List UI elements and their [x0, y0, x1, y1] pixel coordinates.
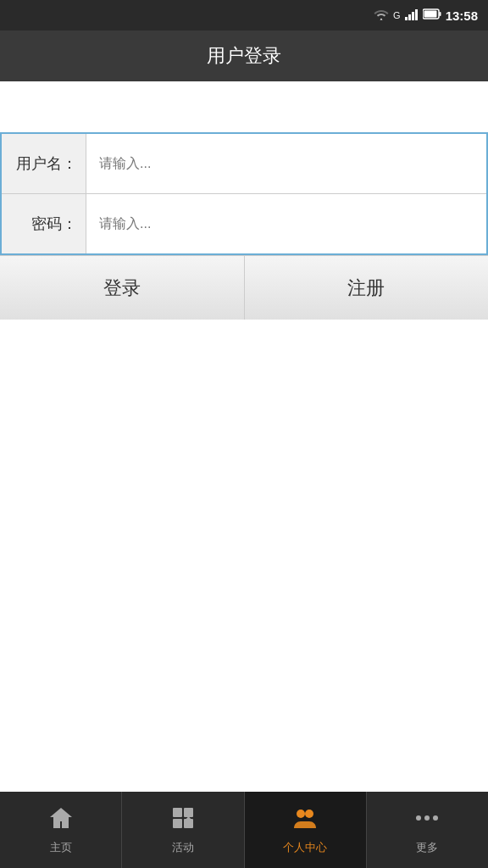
header-title: 用户登录 — [207, 43, 281, 69]
bottom-nav: 主页 活动 个人中心 — [0, 792, 488, 868]
nav-item-activity[interactable]: 活动 — [122, 792, 244, 868]
activity-icon — [170, 805, 196, 837]
nav-item-more[interactable]: 更多 — [367, 792, 488, 868]
nav-item-profile[interactable]: 个人中心 — [245, 792, 367, 868]
svg-point-15 — [424, 815, 430, 821]
svg-point-14 — [416, 815, 421, 821]
main-content: 用户名： 密码： 登录 注册 — [0, 81, 488, 792]
svg-rect-6 — [424, 11, 436, 18]
svg-rect-1 — [408, 14, 411, 20]
register-button[interactable]: 注册 — [245, 256, 489, 320]
svg-rect-2 — [412, 12, 414, 20]
svg-rect-0 — [405, 17, 408, 20]
signal-icon — [405, 8, 419, 23]
svg-point-12 — [297, 810, 305, 818]
home-icon — [48, 805, 74, 837]
g-signal-icon: G — [393, 10, 401, 20]
nav-label-home: 主页 — [50, 840, 72, 855]
nav-label-activity: 活动 — [172, 840, 194, 855]
svg-rect-8 — [184, 808, 193, 817]
svg-rect-5 — [439, 12, 441, 16]
header: 用户登录 — [0, 31, 488, 81]
username-row: 用户名： — [2, 134, 486, 194]
svg-rect-9 — [173, 819, 182, 828]
svg-point-16 — [433, 815, 438, 821]
svg-point-13 — [305, 810, 313, 818]
profile-icon — [292, 805, 318, 837]
nav-label-profile: 个人中心 — [283, 840, 327, 855]
password-row: 密码： — [2, 194, 486, 253]
battery-icon — [423, 8, 441, 22]
login-form: 用户名： 密码： — [0, 132, 488, 255]
status-bar: G 13:58 — [0, 0, 488, 31]
status-icons: G 13:58 — [374, 8, 478, 23]
svg-rect-7 — [173, 808, 182, 817]
nav-label-more: 更多 — [416, 840, 438, 855]
username-label: 用户名： — [2, 134, 86, 193]
wifi-icon — [374, 8, 389, 23]
nav-item-home[interactable]: 主页 — [0, 792, 122, 868]
password-label: 密码： — [2, 194, 86, 253]
username-input[interactable] — [86, 134, 486, 193]
password-input[interactable] — [86, 194, 486, 253]
more-icon — [414, 805, 440, 837]
login-button[interactable]: 登录 — [0, 256, 245, 320]
button-row: 登录 注册 — [0, 255, 488, 320]
status-time: 13:58 — [446, 8, 478, 23]
svg-rect-3 — [415, 9, 418, 20]
